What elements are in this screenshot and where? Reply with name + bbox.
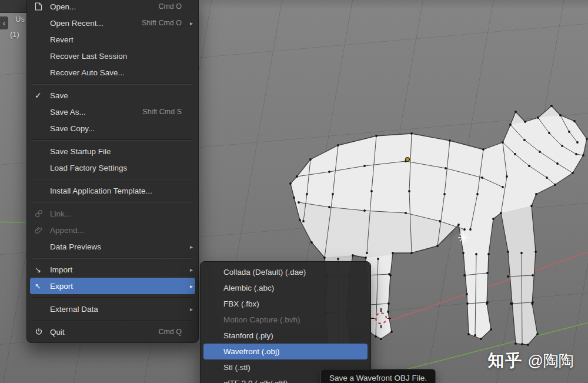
menu-item-data-previews[interactable]: Data Previews ▸ xyxy=(30,238,195,255)
submenu-arrow-icon: ▸ xyxy=(185,306,193,312)
viewport-overlay-text: Us xyxy=(15,15,25,24)
menu-item-label: FBX (.fbx) xyxy=(223,299,365,308)
submenu-item-fbx[interactable]: FBX (.fbx) xyxy=(203,296,368,312)
submenu-item-motion-capture[interactable]: Motion Capture (.bvh) xyxy=(203,312,368,328)
menu-item-install-application-template[interactable]: Install Application Template... xyxy=(30,182,195,199)
power-icon xyxy=(35,328,50,336)
menu-item-label: Quit xyxy=(50,328,158,337)
menu-item-external-data[interactable]: External Data ▸ xyxy=(30,301,195,317)
menu-item-open[interactable]: Open... Cmd O xyxy=(30,0,195,15)
menu-item-open-recent[interactable]: Open Recent... Shift Cmd O ▸ xyxy=(30,15,195,31)
tooltip: Save a Wavefront OBJ File. xyxy=(320,369,436,383)
export-arrow-icon: ↖ xyxy=(35,282,50,291)
shortcut-label: Shift Cmd O xyxy=(142,19,182,27)
menu-item-recover-auto-save[interactable]: Recover Auto Save... xyxy=(30,64,195,81)
menu-item-save-as[interactable]: Save As... Shift Cmd S xyxy=(30,104,195,120)
file-icon xyxy=(35,2,50,11)
import-arrow-icon: ↘ xyxy=(35,265,50,274)
link-icon xyxy=(35,209,50,218)
menu-item-label: Recover Auto Save... xyxy=(50,68,185,77)
menu-item-save-copy[interactable]: Save Copy... xyxy=(30,120,195,136)
file-menu-panel: Open... Cmd O Open Recent... Shift Cmd O… xyxy=(26,0,199,343)
menu-item-label: Save Copy... xyxy=(50,124,185,133)
menu-separator xyxy=(32,179,193,179)
menu-item-link[interactable]: Link... xyxy=(30,205,195,222)
menu-item-label: Install Application Template... xyxy=(50,186,185,195)
menu-separator xyxy=(32,297,193,298)
menu-item-label: Open... xyxy=(50,2,158,11)
sidebar-collapse-arrow-icon[interactable]: ‹ xyxy=(0,16,8,29)
submenu-item-collada[interactable]: Collada (Default) (.dae) xyxy=(203,264,368,280)
menu-separator xyxy=(32,320,193,321)
watermark-brand: 知乎 xyxy=(488,351,523,369)
watermark-handle: @陶陶 xyxy=(528,352,574,369)
menu-separator xyxy=(32,139,193,140)
watermark: 知乎@陶陶 xyxy=(488,349,574,372)
blender-window: ‹ Us (1) Open... Cmd O Open Recent... Sh… xyxy=(0,0,588,383)
submenu-item-alembic[interactable]: Alembic (.abc) xyxy=(203,280,368,296)
viewport-overlay-text: (1) xyxy=(10,30,19,39)
menu-item-label: Import xyxy=(50,265,185,274)
menu-item-save[interactable]: ✓ Save xyxy=(30,87,195,104)
submenu-arrow-icon: ▸ xyxy=(185,283,193,289)
menu-item-label: Revert xyxy=(50,35,185,44)
submenu-arrow-icon: ▸ xyxy=(185,244,193,250)
menu-item-label: Open Recent... xyxy=(50,19,142,28)
menu-item-label: Load Factory Settings xyxy=(50,164,185,172)
export-submenu-panel: Collada (Default) (.dae) Alembic (.abc) … xyxy=(200,261,371,383)
submenu-arrow-icon: ▸ xyxy=(185,267,193,273)
menu-item-label: Recover Last Session xyxy=(50,52,185,61)
shortcut-label: Cmd O xyxy=(158,2,182,11)
menu-item-recover-last-session[interactable]: Recover Last Session xyxy=(30,48,195,64)
menu-separator xyxy=(32,84,193,84)
topbar-fragment xyxy=(0,0,26,13)
menu-item-label: Save Startup File xyxy=(50,147,185,156)
menu-separator xyxy=(32,258,193,258)
menu-item-label: Save As... xyxy=(50,108,142,116)
menu-item-label: Link... xyxy=(50,209,185,218)
menu-item-label: Data Previews xyxy=(50,242,185,251)
menu-item-load-factory-settings[interactable]: Load Factory Settings xyxy=(30,159,195,176)
menu-item-revert[interactable]: Revert xyxy=(30,31,195,48)
menu-item-label: Collada (Default) (.dae) xyxy=(223,268,365,277)
menu-item-export[interactable]: ↖ Export ▸ xyxy=(30,278,195,294)
menu-item-label: Export xyxy=(50,282,185,291)
menu-item-label: Stanford (.ply) xyxy=(223,331,365,340)
paperclip-icon xyxy=(35,226,50,234)
menu-separator xyxy=(32,202,193,202)
menu-item-label: External Data xyxy=(50,305,185,314)
menu-item-label: Wavefront (.obj) xyxy=(223,347,365,356)
menu-item-label: Alembic (.abc) xyxy=(223,284,365,292)
menu-item-label: Motion Capture (.bvh) xyxy=(223,315,365,324)
menu-item-append[interactable]: Append... xyxy=(30,222,195,238)
tooltip-text: Save a Wavefront OBJ File. xyxy=(329,374,427,382)
submenu-arrow-icon: ▸ xyxy=(185,20,193,26)
menu-item-import[interactable]: ↘ Import ▸ xyxy=(30,261,195,278)
submenu-item-wavefront-obj[interactable]: Wavefront (.obj) xyxy=(203,344,368,359)
submenu-item-stanford[interactable]: Stanford (.ply) xyxy=(203,328,368,344)
menu-item-label: Save xyxy=(50,91,185,100)
shortcut-label: Shift Cmd S xyxy=(142,108,182,116)
menu-item-label: Append... xyxy=(50,226,185,235)
menu-item-quit[interactable]: Quit Cmd Q xyxy=(30,324,195,340)
shortcut-label: Cmd Q xyxy=(158,328,182,336)
check-icon: ✓ xyxy=(35,91,50,100)
menu-item-save-startup-file[interactable]: Save Startup File xyxy=(30,143,195,159)
